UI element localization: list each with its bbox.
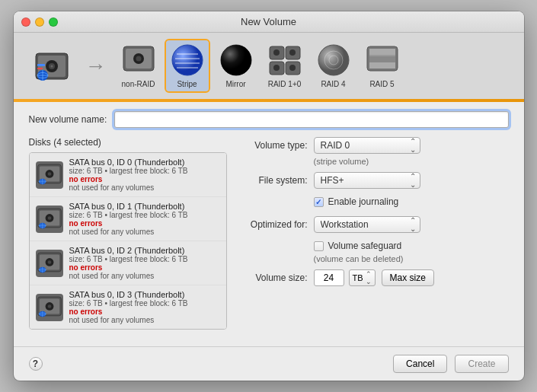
file-system-label: File system: <box>239 175 308 186</box>
file-system-select[interactable]: HFS+ <box>314 172 420 189</box>
footer-buttons: Cancel Create <box>393 355 508 373</box>
svg-point-41 <box>47 172 51 176</box>
journaling-row: Enable journaling <box>314 196 509 207</box>
safeguard-row: Volume safeguard <box>314 241 509 251</box>
content-area: New volume name: Disks (4 selected) <box>14 102 524 339</box>
svg-point-28 <box>273 65 280 71</box>
main-window: New Volume → <box>14 11 524 381</box>
volume-type-label: Volume type: <box>239 140 308 151</box>
mirror-label: Mirror <box>225 80 245 88</box>
disk-list: SATA bus 0, ID 0 (Thunderbolt) size: 6 T… <box>29 152 227 330</box>
raid-option-raid4[interactable]: RAID 4 <box>312 40 355 91</box>
raid-selector: → non-RAID <box>14 33 524 99</box>
svg-point-65 <box>47 304 51 308</box>
disk-item-icon-0 <box>36 161 63 189</box>
safeguard-checkbox[interactable] <box>314 241 324 251</box>
svg-point-27 <box>289 49 296 56</box>
unit-controls: TB ⌃⌄ <box>347 269 376 286</box>
disk-item-info-1: SATA bus 0, ID 1 (Thunderbolt) size: 6 T… <box>69 202 220 236</box>
unit-label: TB <box>353 273 363 282</box>
raid5-icon <box>366 43 399 77</box>
file-system-select-wrapper: HFS+ ⌃⌄ <box>314 172 420 189</box>
svg-point-26 <box>273 49 280 56</box>
right-panel: Volume type: RAID 0 ⌃⌄ (stripe volume) F… <box>239 137 509 330</box>
raid10-icon <box>268 43 302 77</box>
disk-item-size-2: size: 6 TB • largest free block: 6 TB <box>69 255 220 263</box>
stripe-icon <box>171 43 204 77</box>
raid-option-raid10[interactable]: RAID 1+0 <box>264 40 306 91</box>
volume-name-input[interactable] <box>114 111 508 128</box>
disk-item-icon-3 <box>36 294 63 321</box>
disk-item-info-3: SATA bus 0, ID 3 (Thunderbolt) size: 6 T… <box>69 290 220 324</box>
svg-point-4 <box>50 65 53 67</box>
cancel-button[interactable]: Cancel <box>393 355 447 373</box>
non-raid-label: non-RAID <box>122 80 155 88</box>
disk-item[interactable]: SATA bus 0, ID 1 (Thunderbolt) size: 6 T… <box>30 197 226 241</box>
minimize-button[interactable] <box>35 18 44 27</box>
optimized-for-label: Optimized for: <box>239 219 308 230</box>
svg-rect-5 <box>37 64 45 66</box>
disk-item-status-0: no errors <box>69 175 220 183</box>
raid10-label: RAID 1+0 <box>268 80 302 88</box>
disk-item-name-3: SATA bus 0, ID 3 (Thunderbolt) <box>69 290 220 299</box>
disk-item-info-2: SATA bus 0, ID 2 (Thunderbolt) size: 6 T… <box>69 246 220 280</box>
volume-type-row: Volume type: RAID 0 ⌃⌄ <box>239 137 509 154</box>
svg-rect-35 <box>369 49 395 55</box>
raid4-icon <box>317 43 350 77</box>
maximize-button[interactable] <box>49 18 58 27</box>
main-content: Disks (4 selected) <box>29 137 509 330</box>
disk-item[interactable]: SATA bus 0, ID 3 (Thunderbolt) size: 6 T… <box>30 285 226 329</box>
disk-item-status-1: no errors <box>69 219 220 228</box>
svg-point-29 <box>289 65 296 71</box>
svg-rect-6 <box>37 68 43 69</box>
disk-item-name-2: SATA bus 0, ID 2 (Thunderbolt) <box>69 246 220 255</box>
stripe-label: Stripe <box>177 80 197 88</box>
volume-type-select[interactable]: RAID 0 <box>314 137 420 154</box>
non-raid-icon <box>122 43 155 77</box>
optimized-for-row: Optimized for: Workstation ⌃⌄ <box>239 216 509 233</box>
disk-hdd-icon <box>37 206 62 232</box>
footer: ? Cancel Create <box>14 346 524 381</box>
volume-size-row: Volume size: TB ⌃⌄ Max size <box>239 269 509 286</box>
volume-size-input[interactable] <box>314 269 344 286</box>
raid-options-list: non-RAID Stripe <box>117 40 509 91</box>
disk-item[interactable]: SATA bus 0, ID 0 (Thunderbolt) size: 6 T… <box>30 153 226 197</box>
unit-chevron-icon: ⌃⌄ <box>366 270 372 285</box>
help-button[interactable]: ? <box>29 357 43 371</box>
create-button[interactable]: Create <box>455 355 508 373</box>
svg-point-15 <box>172 45 203 75</box>
arrow-icon: → <box>85 54 107 78</box>
journaling-label: Enable journaling <box>328 196 399 207</box>
disk-item-usage-2: not used for any volumes <box>69 272 220 280</box>
svg-point-30 <box>318 45 349 75</box>
safeguard-label: Volume safeguard <box>328 241 402 251</box>
disk-item-usage-0: not used for any volumes <box>69 183 220 192</box>
disk-item-size-3: size: 6 TB • largest free block: 6 TB <box>69 299 220 308</box>
raid-option-stripe[interactable]: Stripe <box>166 40 209 91</box>
disk-item-name-1: SATA bus 0, ID 1 (Thunderbolt) <box>69 202 220 211</box>
raid-option-mirror[interactable]: Mirror <box>215 40 257 91</box>
disks-title: Disks (4 selected) <box>29 137 227 148</box>
disk-item-name-0: SATA bus 0, ID 0 (Thunderbolt) <box>69 158 220 167</box>
svg-point-14 <box>136 56 141 62</box>
raid-option-non-raid[interactable]: non-RAID <box>117 40 160 91</box>
journaling-checkbox[interactable] <box>314 197 324 207</box>
raid-option-raid5[interactable]: RAID 5 <box>361 40 404 91</box>
max-size-button[interactable]: Max size <box>382 269 434 286</box>
svg-point-21 <box>221 45 251 75</box>
disk-item-size-1: size: 6 TB • largest free block: 6 TB <box>69 211 220 219</box>
disk-hdd-icon <box>37 162 62 188</box>
disk-item-size-0: size: 6 TB • largest free block: 6 TB <box>69 167 220 175</box>
disk-item-info-0: SATA bus 0, ID 0 (Thunderbolt) size: 6 T… <box>69 158 220 192</box>
close-button[interactable] <box>21 18 30 27</box>
volume-type-sublabel: (stripe volume) <box>314 157 509 166</box>
unit-display[interactable]: TB ⌃⌄ <box>349 269 376 286</box>
disk-item-icon-1 <box>36 206 63 233</box>
optimized-for-select[interactable]: Workstation <box>314 216 420 233</box>
volume-size-label: Volume size: <box>239 272 308 283</box>
disk-item-usage-1: not used for any volumes <box>69 228 220 236</box>
window-controls <box>21 18 58 27</box>
optimized-for-select-wrapper: Workstation ⌃⌄ <box>314 216 420 233</box>
disk-item[interactable]: SATA bus 0, ID 2 (Thunderbolt) size: 6 T… <box>30 241 226 285</box>
mirror-icon <box>219 43 253 77</box>
